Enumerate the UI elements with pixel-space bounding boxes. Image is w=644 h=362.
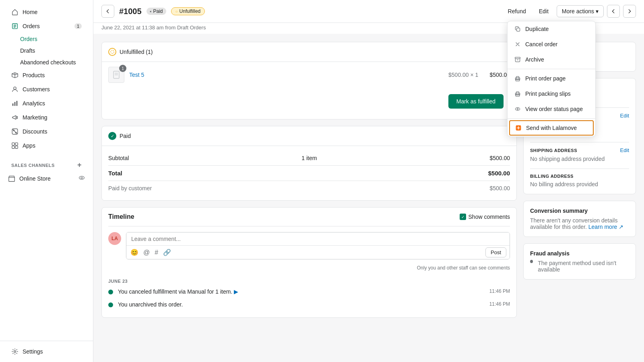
comment-hint: Only you and other staff can see comment… [102,264,516,276]
sidebar-item-products-label: Products [23,72,45,78]
no-billing: No billing address provided [530,181,629,187]
sidebar-item-orders[interactable]: Orders 1 [6,19,87,33]
next-order-button[interactable] [623,5,636,18]
back-button[interactable] [101,5,114,18]
shipping-label: SHIPPING ADDRESS [530,148,577,153]
chevron-down-icon: ▾ [596,8,599,14]
line-item-name[interactable]: Test 5 [129,72,444,78]
svg-rect-9 [15,143,18,145]
post-button[interactable]: Post [485,247,506,257]
store-icon [8,175,15,182]
show-comments[interactable]: ✓ Show comments [460,214,510,220]
more-actions-dropdown: Duplicate Cancel order Archive Print ord… [507,21,596,137]
print-order-label: Print order page [525,75,566,82]
sidebar-item-discounts-label: Discounts [23,128,47,135]
mark-fulfilled-button[interactable]: Mark as fulfilled [448,94,504,109]
show-comments-checkbox[interactable]: ✓ [460,214,466,220]
edit-button[interactable]: Edit [534,6,553,17]
sidebar-sub-item-orders[interactable]: Orders [6,33,87,45]
fraud-dot [530,260,533,263]
dropdown-view-status[interactable]: View order status page [508,101,595,117]
contact-edit-link[interactable]: Edit [620,113,629,119]
timeline-entry-1-arrow[interactable]: ▶ [234,288,238,295]
sidebar-item-settings[interactable]: Settings [6,345,87,358]
add-sales-channel-icon[interactable]: + [77,161,82,169]
sidebar-item-online-store[interactable]: Online Store [3,171,90,185]
svg-point-21 [515,107,520,110]
sales-channels-title: SALES CHANNELS + [3,156,90,171]
payment-card-header: ✓ Paid [102,126,516,146]
link-icon[interactable]: 🔗 [162,248,172,257]
show-comments-label: Show comments [469,214,510,220]
hashtag-icon[interactable]: # [154,248,159,257]
payment-card: ✓ Paid Subtotal 1 item $500.00 Total $50… [101,126,517,201]
eye-icon[interactable] [78,175,85,182]
dropdown-lalamove[interactable]: Send with Lalamove [509,120,594,136]
billing-header: BILLING ADDRESS [530,174,629,179]
dropdown-duplicate[interactable]: Duplicate [508,21,595,37]
sidebar-item-customers[interactable]: Customers [6,82,87,96]
timeline-card: Timeline ✓ Show comments LA 😊 @ # [101,207,517,318]
dropdown-print-order[interactable]: Print order page [508,71,595,86]
apps-icon [11,142,19,149]
sidebar-item-home-label: Home [23,9,37,15]
timeline-entry-2: You unarchived this order. 11:46 PM [102,298,516,311]
sidebar-item-marketing[interactable]: Marketing [6,111,87,124]
sidebar-item-customers-label: Customers [23,86,50,93]
fulfillment-card: Unfulfilled (1) 1 Test 5 $500.00 × 1 $50… [101,42,517,119]
more-actions-button[interactable]: More actions ▾ [557,5,604,17]
fulfillment-status-title: Unfulfilled (1) [120,49,153,55]
lalamove-icon [515,124,522,132]
orders-badge: 1 [74,23,82,29]
emoji-icon[interactable]: 😊 [130,248,139,257]
paid-by-row: Paid by customer $500.00 [108,181,510,194]
timeline-entry-1-time: 11:46 PM [489,288,510,295]
main-column: Unfulfilled (1) 1 Test 5 $500.00 × 1 $50… [101,42,517,318]
sidebar-sub-item-abandoned[interactable]: Abandoned checkouts [6,57,87,68]
subtotal-items: 1 item [301,155,317,161]
sidebar-item-analytics[interactable]: Analytics [6,97,87,110]
dropdown-print-packing[interactable]: Print packing slips [508,86,595,101]
comment-toolbar: 😊 @ # 🔗 Post [126,245,510,259]
timeline-entry-1-text: You canceled fulfillment via Manual for … [118,288,238,295]
sidebar-sub-item-drafts[interactable]: Drafts [6,45,87,56]
sidebar-item-settings-label: Settings [23,348,43,355]
paid-by-amount: $500.00 [489,185,510,191]
refund-button[interactable]: Refund [503,6,531,17]
dropdown-cancel[interactable]: Cancel order [508,37,595,52]
lalamove-label: Send with Lalamove [526,125,577,131]
header-actions: Refund Edit More actions ▾ [503,5,636,18]
svg-point-12 [79,176,85,179]
comment-input[interactable] [126,232,510,245]
sidebar-item-products[interactable]: Products [6,68,87,82]
discounts-icon [11,128,19,135]
archive-label: Archive [525,56,544,63]
svg-rect-4 [17,101,18,106]
print-packing-label: Print packing slips [525,90,571,97]
timeline-date-label: JUNE 23 [102,276,516,285]
shipping-header: SHIPPING ADDRESS Edit [530,147,629,153]
sidebar-item-discounts[interactable]: Discounts [6,125,87,138]
sidebar-item-analytics-label: Analytics [23,100,45,107]
svg-rect-11 [15,146,18,148]
view-status-label: View order status page [525,106,583,112]
sidebar-bottom: Settings [0,341,93,362]
settings-icon [11,348,19,355]
timeline-entry-2-content: You unarchived this order. 11:46 PM [118,301,510,308]
sidebar-item-apps[interactable]: Apps [6,139,87,152]
prev-order-button[interactable] [607,5,620,18]
mention-icon[interactable]: @ [142,248,151,257]
comment-input-area: LA 😊 @ # 🔗 Post [102,226,516,264]
archive-icon [514,56,521,63]
dropdown-archive[interactable]: Archive [508,52,595,67]
main-content: #1005 Paid Unfulfilled Refund Edit More … [93,0,644,362]
shipping-edit-link[interactable]: Edit [620,147,629,153]
conversion-card: Conversion summary There aren't any conv… [523,201,636,237]
learn-more-link[interactable]: Learn more ↗ [588,224,623,230]
sidebar: Home Orders 1 Orders Drafts Abandoned ch… [0,0,93,362]
timeline-entry-2-text: You unarchived this order. [118,301,183,308]
subtotal-label: Subtotal [108,155,129,161]
sidebar-item-home[interactable]: Home [6,5,87,19]
sidebar-item-orders-label: Orders [23,23,40,29]
dropdown-divider-2 [508,118,595,119]
